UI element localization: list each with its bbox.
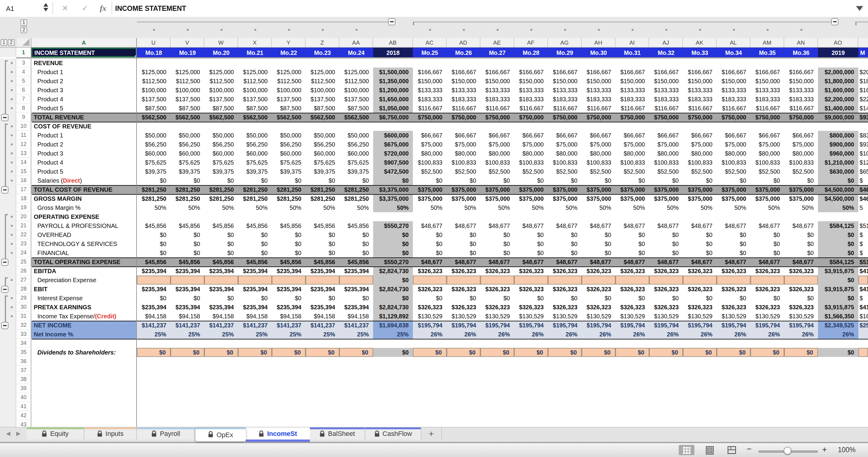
- cell-partial[interactable]: $65: [858, 167, 868, 176]
- row-label[interactable]: PRETAX EARNINGS: [31, 303, 137, 312]
- cell-partial[interactable]: [858, 420, 868, 427]
- cell[interactable]: $166,667: [548, 67, 582, 77]
- cell[interactable]: [238, 59, 272, 67]
- cell[interactable]: [480, 384, 514, 393]
- collapse-group-button[interactable]: [1, 322, 8, 329]
- cell[interactable]: [582, 402, 615, 411]
- column-header-Z[interactable]: Z: [306, 38, 339, 47]
- cell[interactable]: $125,000: [204, 67, 238, 77]
- cell[interactable]: $45,856: [204, 257, 238, 267]
- month-header[interactable]: Mo.25: [413, 48, 447, 57]
- cell[interactable]: $195,794: [582, 321, 615, 330]
- cell[interactable]: $326,323: [480, 284, 514, 294]
- row-label[interactable]: [31, 339, 137, 348]
- month-header[interactable]: Mo.34: [717, 48, 750, 57]
- cell[interactable]: [514, 420, 548, 427]
- cell[interactable]: [548, 276, 582, 284]
- cell[interactable]: [582, 339, 615, 348]
- cell[interactable]: $326,323: [582, 303, 615, 312]
- cell[interactable]: $75,625: [238, 158, 272, 167]
- cell[interactable]: $0: [683, 348, 717, 357]
- cell-year[interactable]: $1,200,000: [373, 86, 413, 95]
- cell[interactable]: $0: [339, 230, 373, 239]
- cell[interactable]: $48,677: [750, 221, 784, 230]
- cell[interactable]: [615, 59, 649, 67]
- cell[interactable]: $137,500: [137, 95, 170, 104]
- cell[interactable]: [204, 420, 238, 427]
- col-outline-level-2-button[interactable]: 2: [21, 27, 27, 33]
- cell-partial[interactable]: $51: [858, 221, 868, 230]
- row-label[interactable]: Product 5: [31, 167, 137, 176]
- cell[interactable]: $375,000: [582, 194, 615, 203]
- cell[interactable]: $100,833: [750, 158, 784, 167]
- cell[interactable]: $60,000: [204, 149, 238, 158]
- cell[interactable]: $80,000: [683, 149, 717, 158]
- cell[interactable]: $0: [582, 348, 615, 357]
- cell[interactable]: $0: [306, 176, 339, 185]
- cell[interactable]: $183,333: [480, 95, 514, 104]
- cell[interactable]: $80,000: [548, 149, 582, 158]
- cell[interactable]: $326,323: [514, 303, 548, 312]
- cell[interactable]: $0: [784, 230, 818, 239]
- row-label[interactable]: EBITDA: [31, 267, 137, 276]
- row-label[interactable]: TOTAL COST OF REVENUE: [31, 185, 137, 194]
- cell[interactable]: $375,000: [582, 185, 615, 194]
- cell-year[interactable]: [818, 212, 858, 221]
- cell[interactable]: $150,000: [447, 77, 480, 86]
- cell[interactable]: $750,000: [683, 113, 717, 122]
- cell-year[interactable]: [818, 375, 858, 384]
- cell[interactable]: $52,500: [717, 167, 750, 176]
- cell[interactable]: [750, 411, 784, 420]
- cell[interactable]: $0: [306, 294, 339, 303]
- cell[interactable]: $100,000: [204, 86, 238, 95]
- cell[interactable]: $0: [750, 248, 784, 257]
- cell[interactable]: [649, 339, 683, 348]
- cell[interactable]: $60,000: [137, 149, 170, 158]
- cell[interactable]: [615, 420, 649, 427]
- cell[interactable]: $141,237: [137, 321, 170, 330]
- cell[interactable]: $48,677: [447, 221, 480, 230]
- cell[interactable]: 50%: [683, 203, 717, 212]
- cell[interactable]: $75,000: [615, 140, 649, 149]
- cell[interactable]: [750, 384, 784, 393]
- cell-year[interactable]: $2,824,730: [373, 303, 413, 312]
- cell[interactable]: $0: [480, 248, 514, 257]
- cell[interactable]: $52,500: [413, 167, 447, 176]
- cell[interactable]: $45,856: [170, 221, 204, 230]
- cell[interactable]: $75,000: [717, 140, 750, 149]
- cell[interactable]: $183,333: [514, 95, 548, 104]
- sheet-tab-inputs[interactable]: Inputs: [84, 427, 137, 439]
- cell[interactable]: [683, 357, 717, 366]
- row-label[interactable]: TECHNOLOGY & SERVICES: [31, 239, 137, 248]
- cell[interactable]: $235,394: [170, 303, 204, 312]
- cell[interactable]: $375,000: [717, 194, 750, 203]
- cell[interactable]: 26%: [582, 330, 615, 339]
- cell[interactable]: 50%: [306, 203, 339, 212]
- cell[interactable]: $66,667: [683, 131, 717, 140]
- cell[interactable]: $0: [784, 348, 818, 357]
- cell-year[interactable]: $2,000,000: [818, 67, 858, 77]
- cell[interactable]: $0: [548, 176, 582, 185]
- month-header-partial[interactable]: M: [858, 48, 868, 57]
- cell[interactable]: $48,677: [683, 221, 717, 230]
- cell-year[interactable]: $550,270: [373, 257, 413, 267]
- cell[interactable]: 25%: [272, 330, 306, 339]
- cell[interactable]: 26%: [548, 330, 582, 339]
- cell[interactable]: [615, 384, 649, 393]
- cell[interactable]: $166,667: [447, 67, 480, 77]
- cell[interactable]: [582, 411, 615, 420]
- cell[interactable]: [137, 384, 170, 393]
- cell[interactable]: $562,500: [170, 113, 204, 122]
- month-header[interactable]: Mo.32: [649, 48, 683, 57]
- cell[interactable]: [750, 212, 784, 221]
- cell[interactable]: $116,667: [683, 104, 717, 113]
- insert-function-button[interactable]: fx: [95, 0, 111, 16]
- cell[interactable]: 50%: [413, 203, 447, 212]
- cell[interactable]: $326,323: [615, 284, 649, 294]
- cell[interactable]: [339, 393, 373, 402]
- cell[interactable]: $750,000: [413, 113, 447, 122]
- cell[interactable]: $48,677: [784, 221, 818, 230]
- cell[interactable]: [238, 375, 272, 384]
- cell-year[interactable]: $0: [373, 294, 413, 303]
- cell[interactable]: 26%: [413, 330, 447, 339]
